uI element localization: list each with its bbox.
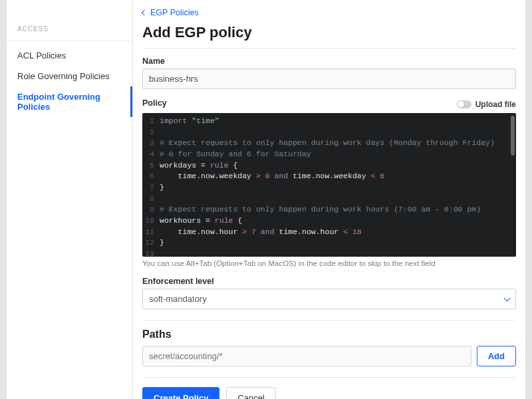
- cancel-button[interactable]: Cancel: [226, 387, 275, 399]
- line-number: 11: [142, 227, 160, 238]
- line-number: 6: [142, 171, 160, 182]
- code-line: 1import "time": [142, 116, 516, 127]
- add-path-button[interactable]: Add: [477, 346, 516, 366]
- code-content: # Expect requests to only happen during …: [160, 138, 495, 149]
- sidebar-item-role-governing-policies[interactable]: Role Governing Policies: [7, 66, 132, 86]
- line-number: 12: [142, 237, 160, 249]
- main-content: EGP Policies Add EGP policy Name Policy …: [133, 0, 525, 399]
- code-line: 12}: [142, 237, 516, 249]
- code-content: time.now.hour > 7 and time.now.hour < 18: [160, 227, 362, 238]
- chevron-left-icon: [142, 10, 147, 15]
- editor-scrollbar[interactable]: [511, 116, 515, 156]
- line-number: 9: [142, 204, 160, 215]
- code-content: }: [160, 237, 164, 249]
- code-line: 8: [142, 194, 516, 205]
- upload-file-group: Upload file: [457, 100, 516, 109]
- code-line: 6 time.now.weekday > 0 and time.now.week…: [142, 171, 516, 182]
- enforcement-value: soft-mandatory: [149, 294, 207, 304]
- sidebar-heading: ACCESS: [7, 25, 132, 41]
- code-line: 9# Expect requests to only happen during…: [142, 204, 516, 215]
- code-line: 2: [142, 127, 516, 138]
- sidebar-item-acl-policies[interactable]: ACL Policies: [7, 45, 132, 66]
- code-content: }: [160, 182, 164, 194]
- code-line: 11 time.now.hour > 7 and time.now.hour <…: [142, 227, 516, 238]
- code-content: import "time": [160, 116, 219, 127]
- page-title: Add EGP policy: [142, 21, 516, 48]
- code-line: 13: [142, 249, 516, 257]
- name-field: Name: [142, 57, 516, 89]
- line-number: 5: [142, 160, 160, 172]
- chevron-down-icon: [504, 295, 511, 301]
- path-input[interactable]: [142, 346, 471, 366]
- create-policy-button[interactable]: Create Policy: [142, 387, 219, 399]
- line-number: 10: [142, 215, 160, 227]
- enforcement-label: Enforcement level: [142, 277, 516, 286]
- name-input[interactable]: [142, 68, 516, 89]
- name-label: Name: [142, 57, 516, 66]
- enforcement-field: Enforcement level soft-mandatory: [142, 277, 516, 309]
- line-number: 4: [142, 149, 160, 160]
- line-number: 7: [142, 182, 160, 194]
- code-content: # 0 for Sunday and 6 for Saturday: [160, 149, 311, 160]
- line-number: 3: [142, 138, 160, 149]
- sidebar-divider: [7, 41, 132, 41]
- code-line: 7}: [142, 182, 516, 194]
- code-content: workdays = rule {: [160, 160, 237, 172]
- editor-help-text: You can use Alt+Tab (Option+Tab on MacOS…: [142, 259, 516, 267]
- enforcement-select[interactable]: soft-mandatory: [142, 289, 516, 309]
- footer-divider: [142, 377, 516, 378]
- paths-row: Add: [142, 346, 516, 366]
- upload-file-label: Upload file: [475, 100, 516, 109]
- paths-heading: Paths: [142, 329, 516, 340]
- line-number: 1: [142, 116, 160, 127]
- code-line: 5workdays = rule {: [142, 160, 516, 172]
- policy-field: Policy Upload file 1import "time"23# Exp…: [142, 98, 516, 267]
- code-content: # Expect requests to only happen during …: [160, 204, 481, 215]
- policy-label: Policy: [142, 98, 167, 108]
- upload-toggle[interactable]: [457, 100, 471, 108]
- breadcrumb-back[interactable]: EGP Policies: [142, 8, 516, 21]
- code-line: 3# Expect requests to only happen during…: [142, 138, 516, 149]
- code-content: workhours = rule {: [160, 215, 242, 227]
- code-content: time.now.weekday > 0 and time.now.weekda…: [160, 171, 384, 182]
- sidebar-item-endpoint-governing-policies[interactable]: Endpoint Governing Policies: [7, 86, 132, 117]
- code-line: 4# 0 for Sunday and 6 for Saturday: [142, 149, 516, 160]
- line-number: 2: [142, 127, 160, 138]
- policy-code-editor[interactable]: 1import "time"23# Expect requests to onl…: [142, 113, 516, 257]
- title-divider: [142, 48, 516, 49]
- code-line: 10workhours = rule {: [142, 215, 516, 227]
- sidebar: ACCESS ACL PoliciesRole Governing Polici…: [7, 0, 133, 399]
- line-number: 8: [142, 194, 160, 205]
- section-divider: [142, 320, 516, 321]
- action-buttons: Create Policy Cancel: [142, 387, 516, 399]
- breadcrumb-label: EGP Policies: [150, 8, 199, 17]
- line-number: 13: [142, 249, 160, 257]
